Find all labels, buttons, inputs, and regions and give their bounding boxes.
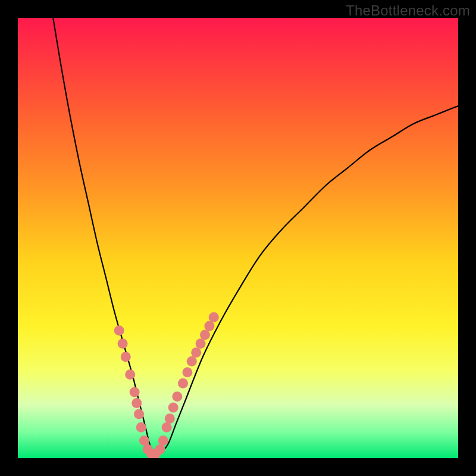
highlight-dot: [125, 369, 135, 380]
highlight-dot: [131, 398, 142, 408]
highlight-dot: [182, 367, 192, 377]
watermark-text: TheBottleneck.com: [346, 2, 470, 19]
highlight-dot: [121, 352, 131, 362]
highlight-dot: [196, 339, 206, 349]
highlight-dot: [178, 378, 188, 389]
highlight-dot: [162, 422, 172, 433]
highlight-dot: [134, 409, 144, 419]
highlight-dot: [200, 330, 210, 340]
highlight-dot: [165, 414, 175, 424]
highlight-dot: [158, 436, 168, 446]
highlight-dot: [136, 422, 146, 433]
highlight-dot: [130, 387, 140, 397]
highlight-dot: [191, 347, 201, 358]
outer-frame: TheBottleneck.com: [0, 0, 476, 476]
highlight-dot: [118, 339, 128, 349]
highlight-dot: [114, 325, 124, 336]
plot-area: [18, 18, 458, 458]
highlight-dot: [139, 436, 149, 446]
highlight-dot: [187, 356, 197, 367]
bottleneck-chart: [18, 18, 458, 458]
gradient-background: [18, 18, 458, 458]
highlight-dot: [204, 321, 214, 331]
highlight-dot: [209, 312, 219, 322]
highlight-dot: [168, 402, 178, 412]
highlight-dot: [155, 444, 165, 455]
highlight-dot: [172, 392, 182, 402]
